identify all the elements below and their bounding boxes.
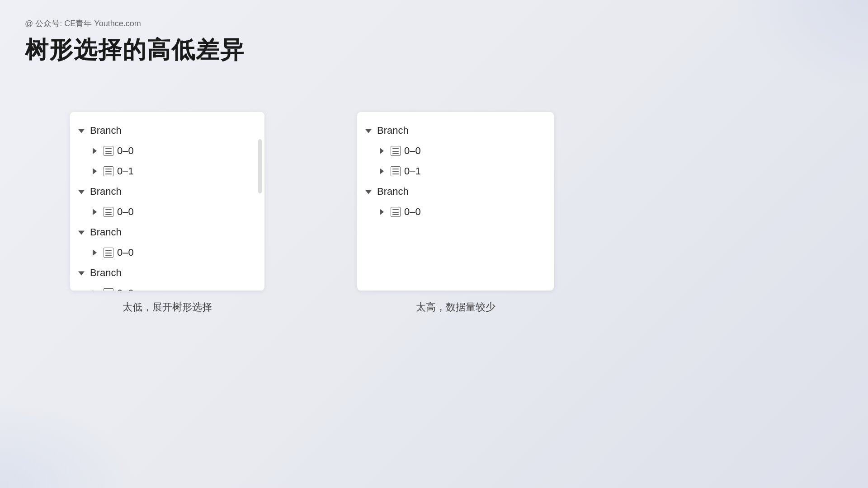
- chevron-down-icon: [78, 269, 85, 277]
- watermark-bottom-left: [0, 398, 136, 488]
- branch-label: Branch: [90, 225, 122, 239]
- branch-label: Branch: [90, 123, 122, 138]
- leaf-label: 0–1: [117, 164, 134, 178]
- chevron-right-icon: [93, 147, 100, 155]
- header-subtitle: @ 公众号: CE青年 Youthce.com: [25, 18, 245, 29]
- chevron-right-icon: [380, 168, 387, 175]
- leaf-label: 0–0: [404, 143, 421, 158]
- branch-label: Branch: [90, 265, 122, 280]
- leaf-label: 0–0: [404, 204, 421, 219]
- chevron-right-icon: [93, 290, 100, 291]
- chevron-right-icon: [93, 249, 100, 256]
- leaf-item[interactable]: 0–0: [357, 141, 554, 161]
- chevron-down-icon: [78, 188, 85, 195]
- branch-item[interactable]: Branch: [357, 120, 554, 141]
- leaf-item[interactable]: 0–1: [357, 161, 554, 181]
- page-title: 树形选择的高低差异: [25, 34, 245, 66]
- branch-item[interactable]: Branch: [70, 120, 264, 141]
- chevron-right-icon: [380, 208, 387, 216]
- branch-label: Branch: [377, 123, 409, 138]
- doc-icon: [104, 146, 113, 156]
- chevron-down-icon: [365, 127, 373, 134]
- branch-item[interactable]: Branch: [70, 263, 264, 283]
- header: @ 公众号: CE青年 Youthce.com 树形选择的高低差异: [25, 18, 245, 66]
- branch-item[interactable]: Branch: [70, 181, 264, 202]
- doc-icon: [391, 166, 401, 176]
- leaf-label: 0–0: [117, 143, 134, 158]
- doc-icon: [104, 207, 113, 217]
- chevron-down-icon: [365, 188, 373, 195]
- scrollbar[interactable]: [258, 139, 262, 193]
- doc-icon: [391, 207, 401, 217]
- right-tree-content: Branch 0–0 0–1 Branch 0–0: [357, 112, 554, 291]
- left-tree-panel: Branch 0–0 0–1 Branch 0–0: [70, 112, 264, 291]
- leaf-item[interactable]: 0–0: [70, 141, 264, 161]
- branch-item[interactable]: Branch: [70, 222, 264, 242]
- chevron-right-icon: [93, 208, 100, 216]
- doc-icon: [391, 146, 401, 156]
- branch-label: Branch: [377, 184, 409, 199]
- branch-label: Branch: [90, 184, 122, 199]
- leaf-item[interactable]: 0–0: [70, 202, 264, 222]
- leaf-label: 0–0: [117, 204, 134, 219]
- chevron-down-icon: [78, 229, 85, 236]
- leaf-label: 0–1: [404, 164, 421, 178]
- right-caption: 太高，数据量较少: [416, 300, 495, 314]
- left-tree-content: Branch 0–0 0–1 Branch 0–0: [70, 112, 264, 291]
- chevron-down-icon: [78, 127, 85, 134]
- doc-icon: [104, 166, 113, 176]
- chevron-right-icon: [380, 147, 387, 155]
- watermark-top-right: [732, 0, 868, 90]
- doc-icon: [104, 248, 113, 258]
- leaf-item[interactable]: 0–1: [70, 161, 264, 181]
- chevron-right-icon: [93, 168, 100, 175]
- leaf-item[interactable]: 0–0: [70, 242, 264, 263]
- leaf-label: 0–0: [117, 245, 134, 260]
- leaf-item[interactable]: 0–0: [357, 202, 554, 222]
- branch-item[interactable]: Branch: [357, 181, 554, 202]
- right-panel-wrapper: Branch 0–0 0–1 Branch 0–0: [357, 112, 554, 314]
- leaf-item[interactable]: 0–0: [70, 283, 264, 291]
- left-panel-wrapper: Branch 0–0 0–1 Branch 0–0: [70, 112, 264, 314]
- left-caption: 太低，展开树形选择: [123, 300, 212, 314]
- doc-icon: [104, 288, 113, 291]
- right-tree-panel: Branch 0–0 0–1 Branch 0–0: [357, 112, 554, 291]
- leaf-label: 0–0: [117, 286, 134, 291]
